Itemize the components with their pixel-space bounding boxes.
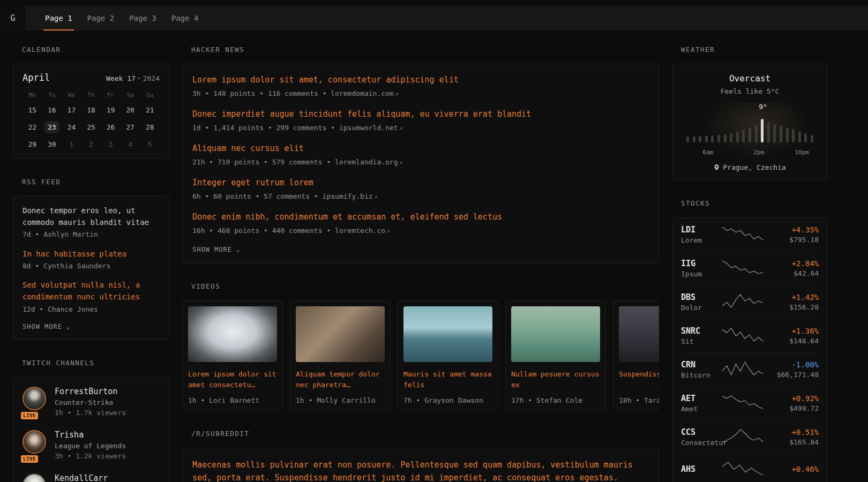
subreddit-section: /R/SUBREDDIT Maecenas mollis pulvinar er… bbox=[182, 430, 659, 482]
stock-sparkline bbox=[721, 428, 764, 446]
weather-bar bbox=[804, 133, 807, 142]
video-thumbnail[interactable] bbox=[511, 306, 600, 362]
weather-bar bbox=[811, 135, 813, 142]
stock-values: +1.36% $148.64 bbox=[769, 327, 819, 345]
hn-item-domain[interactable]: loremdomain.com bbox=[331, 89, 393, 97]
hn-item-meta: 21h • 710 points • 579 comments • loreml… bbox=[192, 157, 649, 167]
hn-show-more-button[interactable]: SHOW MORE ⌄ bbox=[192, 246, 649, 253]
stock-price: $42.04 bbox=[769, 269, 819, 277]
stock-row[interactable]: DBS Dolor +1.42% $156.28 bbox=[681, 285, 819, 319]
videos-header: VIDEOS bbox=[191, 282, 659, 290]
left-column: CALENDAR April Week 17•2024 Mo Tu We Th … bbox=[13, 46, 169, 482]
rss-item-meta: 8d • Cynthia Saunders bbox=[23, 261, 160, 271]
calendar-year: 2024 bbox=[143, 74, 160, 82]
calendar-day: 27 bbox=[121, 120, 140, 134]
hn-item-domain[interactable]: ipsumify.biz bbox=[323, 192, 373, 200]
rss-header: RSS FEED bbox=[22, 178, 169, 186]
video-title[interactable]: Suspendisse diam bbox=[619, 369, 659, 391]
weather-time-axis: 6am 2pm 10pm bbox=[686, 149, 813, 156]
top-bar: G Page 1 Page 2 Page 3 Page 4 bbox=[0, 6, 868, 31]
rss-item: In hac habitasse platea 8d • Cynthia Sau… bbox=[23, 248, 160, 272]
stock-name: Amet bbox=[681, 405, 716, 413]
rss-item-title[interactable]: In hac habitasse platea bbox=[23, 248, 160, 260]
twitch-card: LIVE ForrestBurton Counter-Strike 1h • 1… bbox=[13, 377, 169, 482]
calendar-separator: • bbox=[136, 74, 143, 82]
hn-item-meta: 6h • 60 points • 57 comments • ipsumify.… bbox=[192, 192, 649, 201]
external-link-icon: ↗ bbox=[374, 193, 378, 200]
twitch-channel[interactable]: LIVE Trisha League of Legends 3h • 1.2k … bbox=[23, 430, 160, 460]
stock-name: Bitcorn bbox=[681, 371, 716, 379]
tab-page-3[interactable]: Page 3 bbox=[122, 6, 164, 31]
video-title[interactable]: Lorem ipsum dolor sit amet consectetu… bbox=[188, 369, 277, 391]
weather-bar bbox=[742, 130, 745, 142]
video-title[interactable]: Aliquam tempor dolor nec pharetra… bbox=[296, 369, 385, 391]
video-meta: 17h • Stefan Cole bbox=[511, 396, 600, 404]
stock-symbol: DBS bbox=[681, 292, 716, 302]
stock-name: Dolor bbox=[681, 304, 716, 312]
hn-item-meta: 1d • 1,414 points • 299 comments • ipsum… bbox=[192, 123, 649, 133]
video-meta: 1h • Lori Barnett bbox=[188, 396, 277, 404]
stock-change: +2.84% bbox=[769, 259, 819, 268]
channel-meta: 1h • 1.7k viewers bbox=[55, 409, 126, 417]
stock-row[interactable]: CRN Bitcorn -1.00% $66,171.48 bbox=[681, 352, 819, 386]
weather-bar bbox=[711, 135, 714, 142]
weather-bar bbox=[699, 136, 701, 142]
subreddit-header: /R/SUBREDDIT bbox=[191, 430, 659, 438]
stock-row[interactable]: LDI Lorem +4.35% $795.18 bbox=[681, 218, 819, 251]
stock-row[interactable]: IIG Ipsum +2.84% $42.04 bbox=[681, 251, 819, 285]
app-logo[interactable]: G bbox=[0, 6, 26, 31]
weekday-label: Su bbox=[140, 92, 160, 100]
video-card[interactable]: Aliquam tempor dolor nec pharetra… 1h • … bbox=[290, 300, 391, 410]
twitch-channel[interactable]: KendallCarr bbox=[23, 473, 160, 482]
show-more-label: SHOW MORE bbox=[192, 246, 232, 253]
video-title[interactable]: Mauris sit amet massa felis bbox=[403, 369, 492, 391]
tab-page-4[interactable]: Page 4 bbox=[164, 6, 206, 31]
video-thumbnail[interactable] bbox=[403, 306, 492, 362]
hn-item-title[interactable]: Donec imperdiet augue tincidunt felis al… bbox=[192, 109, 649, 120]
rss-item-title[interactable]: Sed volutpat nulla nisl, a condimentum n… bbox=[23, 280, 160, 303]
stock-row[interactable]: AHS +0.46% bbox=[681, 454, 819, 482]
rss-show-more-button[interactable]: SHOW MORE ⌄ bbox=[23, 323, 160, 330]
twitch-channel[interactable]: LIVE ForrestBurton Counter-Strike 1h • 1… bbox=[23, 387, 160, 417]
video-card[interactable]: Nullam posuere cursus ex 17h • Stefan Co… bbox=[505, 300, 606, 410]
weather-bar bbox=[730, 133, 732, 142]
stock-symbol: CCS bbox=[681, 427, 716, 437]
stock-id: AET Amet bbox=[681, 394, 716, 413]
video-row: Lorem ipsum dolor sit amet consectetu… 1… bbox=[182, 300, 659, 410]
video-title[interactable]: Nullam posuere cursus ex bbox=[511, 369, 600, 391]
subreddit-card: Maecenas mollis pulvinar erat non posuer… bbox=[182, 448, 659, 482]
hn-item-domain[interactable]: loremlandia.org bbox=[335, 158, 398, 166]
weather-location: Prague, Czechia bbox=[681, 163, 819, 171]
tab-page-1[interactable]: Page 1 bbox=[38, 6, 80, 31]
hn-item-title[interactable]: Donec enim nibh, condimentum et accumsan… bbox=[192, 212, 649, 223]
hn-item-stats: 1d • 1,414 points • 299 comments • bbox=[192, 124, 335, 132]
tab-page-2[interactable]: Page 2 bbox=[80, 6, 122, 31]
video-card[interactable]: Mauris sit amet massa felis 7h • Grayson… bbox=[398, 300, 498, 410]
stock-row[interactable]: CCS Consectetur +0.51% $165.84 bbox=[681, 420, 819, 454]
stock-change: +1.36% bbox=[769, 327, 819, 335]
stock-row[interactable]: AET Amet +0.92% $499.72 bbox=[681, 386, 819, 420]
hn-item-domain[interactable]: loremtech.co bbox=[335, 227, 385, 235]
hn-item: Integer eget rutrum lorem 6h • 60 points… bbox=[192, 177, 649, 201]
calendar-day: 17 bbox=[62, 103, 81, 117]
video-thumbnail[interactable] bbox=[296, 306, 385, 362]
stock-row[interactable]: SNRC Sit +1.36% $148.64 bbox=[681, 319, 819, 352]
video-card[interactable]: Lorem ipsum dolor sit amet consectetu… 1… bbox=[182, 300, 283, 410]
weekday-label: We bbox=[62, 92, 81, 100]
live-badge: LIVE bbox=[21, 455, 38, 463]
video-thumbnail[interactable] bbox=[619, 306, 659, 362]
video-card[interactable]: Suspendisse diam 18h • Tara bbox=[613, 300, 659, 410]
hn-item-title[interactable]: Integer eget rutrum lorem bbox=[192, 177, 649, 189]
reddit-post-title[interactable]: Maecenas mollis pulvinar erat non posuer… bbox=[192, 458, 649, 482]
hn-item-title[interactable]: Lorem ipsum dolor sit amet, consectetur … bbox=[192, 74, 649, 86]
calendar-day: 25 bbox=[81, 120, 101, 134]
channel-info: KendallCarr bbox=[55, 473, 108, 482]
rss-item-title[interactable]: Donec tempor eros leo, ut commodo mauris… bbox=[23, 205, 160, 228]
location-pin-icon bbox=[714, 164, 720, 171]
hn-item-domain[interactable]: ipsumworld.net bbox=[339, 124, 398, 132]
weather-bar bbox=[798, 131, 801, 142]
video-thumbnail[interactable] bbox=[188, 306, 277, 362]
calendar-day-next-month: 2 bbox=[81, 138, 101, 151]
stock-values: +0.92% $499.72 bbox=[769, 394, 819, 412]
hn-item-title[interactable]: Aliquam nec cursus elit bbox=[192, 143, 649, 155]
